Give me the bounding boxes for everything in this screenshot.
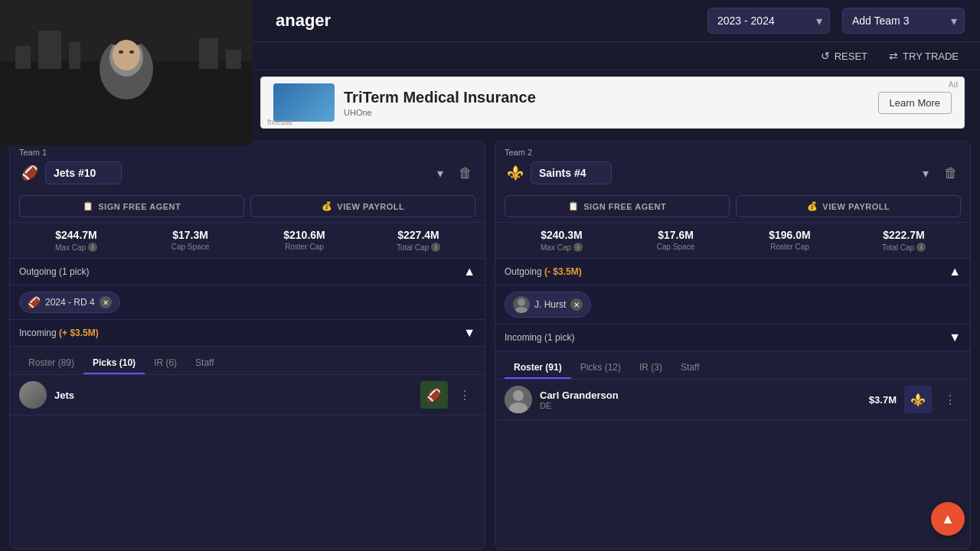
team1-view-payroll-button[interactable]: 💰 VIEW PAYROLL xyxy=(250,195,475,217)
season-select[interactable]: 2023 - 2024 xyxy=(707,8,830,34)
team1-pick-label: 2024 - RD 4 xyxy=(45,297,95,308)
team1-roster-avatar xyxy=(19,381,47,409)
team1-sign-icon: 📋 xyxy=(83,201,94,211)
team1-roster-info: Jets xyxy=(54,390,413,401)
team2-roster-cap-label: Roster Cap xyxy=(733,243,847,251)
team2-tabs: Roster (91) Picks (12) IR (3) Staff xyxy=(495,351,970,380)
team2-outgoing-header[interactable]: Outgoing (- $3.5M) ▲ xyxy=(495,259,970,285)
scroll-top-button[interactable]: ▲ xyxy=(931,502,965,536)
team2-tab-roster[interactable]: Roster (91) xyxy=(505,357,571,379)
team1-label: Team 1 xyxy=(19,148,47,157)
ad-learn-more-button[interactable]: Learn More xyxy=(878,92,952,114)
team2-roster-logo: ⚜️ xyxy=(904,386,932,413)
team2-max-cap-info-icon[interactable]: i xyxy=(573,243,583,252)
webcam-person xyxy=(0,0,253,145)
main-content: Team 1 🏈 Jets #10 🗑 📋 SIGN FREE AGENT xyxy=(0,135,980,551)
team1-cap-space-amount: $17.3M xyxy=(133,229,247,241)
team2-roster-row: Carl Granderson DE $3.7M ⚜️ ⋮ xyxy=(495,380,970,420)
team2-player-remove-button[interactable]: ✕ xyxy=(570,298,583,311)
team2-total-cap-label: Total Cap i xyxy=(847,243,961,252)
team1-total-cap-info-icon[interactable]: i xyxy=(431,243,440,252)
svg-rect-13 xyxy=(129,51,134,54)
team2-total-cap-info-icon[interactable]: i xyxy=(916,243,926,252)
team1-header: Team 1 🏈 Jets #10 🗑 xyxy=(10,142,485,191)
team1-roster-more-button[interactable]: ⋮ xyxy=(454,386,475,404)
team1-sign-free-agent-button[interactable]: 📋 SIGN FREE AGENT xyxy=(19,195,244,217)
season-select-wrapper[interactable]: 2023 - 2024 xyxy=(707,8,830,34)
team2-delete-button[interactable]: 🗑 xyxy=(941,162,961,184)
team2-roster-name: Carl Granderson xyxy=(540,390,861,401)
reset-button[interactable]: ↺ RESET xyxy=(815,47,874,65)
team1-tab-staff[interactable]: Staff xyxy=(186,353,223,374)
team1-outgoing-header[interactable]: Outgoing (1 pick) ▲ xyxy=(10,259,485,285)
team1-total-cap-label: Total Cap i xyxy=(361,243,475,252)
try-trade-label: TRY TRADE xyxy=(903,51,959,62)
add-team-select-wrapper[interactable]: Add Team 3 xyxy=(842,8,965,34)
team2-outgoing-chevron: ▲ xyxy=(949,265,961,279)
team1-total-cap: $227.4M Total Cap i xyxy=(361,229,475,252)
team1-cap-space-label: Cap Space xyxy=(133,243,247,251)
team1-tab-roster[interactable]: Roster (89) xyxy=(19,353,83,374)
try-trade-button[interactable]: ⇄ TRY TRADE xyxy=(883,47,965,65)
team2-payroll-icon: 💰 xyxy=(807,201,818,211)
team1-pick-remove-button[interactable]: ✕ xyxy=(100,296,112,308)
team1-label-row: Team 1 xyxy=(19,148,475,157)
team1-max-cap: $244.7M Max Cap i xyxy=(19,229,133,252)
svg-rect-3 xyxy=(38,31,61,69)
team1-delete-button[interactable]: 🗑 xyxy=(456,162,475,184)
team2-roster-list: Carl Granderson DE $3.7M ⚜️ ⋮ xyxy=(495,380,970,549)
team1-tab-ir-label: IR (6) xyxy=(154,357,177,368)
team1-roster-cap: $210.6M Roster Cap xyxy=(247,229,361,252)
team2-incoming-text: Incoming (1 pick) xyxy=(505,332,574,343)
ad-logo: UHOne xyxy=(344,108,372,117)
svg-rect-2 xyxy=(15,46,31,69)
team1-team-name: Jets xyxy=(54,390,413,401)
team2-cap-space-amount: $17.6M xyxy=(619,229,733,241)
team2-sign-free-agent-button[interactable]: 📋 SIGN FREE AGENT xyxy=(505,195,730,217)
team2-panel-actions: 📋 SIGN FREE AGENT 💰 VIEW PAYROLL xyxy=(495,191,970,223)
team1-select-row: 🏈 Jets #10 🗑 xyxy=(19,161,475,184)
svg-point-17 xyxy=(513,390,524,401)
team2-tab-picks-label: Picks (12) xyxy=(580,362,621,373)
team2-label: Team 2 xyxy=(505,148,532,157)
try-trade-icon: ⇄ xyxy=(889,50,898,62)
team1-dropdown[interactable]: Jets #10 xyxy=(45,161,122,184)
team2-dropdown[interactable]: Saints #4 xyxy=(531,161,612,184)
team2-player-name: J. Hurst xyxy=(534,299,566,310)
team1-select-wrapper[interactable]: Jets #10 xyxy=(45,161,451,184)
team2-tab-ir[interactable]: IR (3) xyxy=(630,357,671,379)
team2-sign-icon: 📋 xyxy=(568,201,580,211)
team2-incoming-header[interactable]: Incoming (1 pick) ▼ xyxy=(495,324,970,351)
add-team-select[interactable]: Add Team 3 xyxy=(842,8,965,34)
team1-roster-cap-label: Roster Cap xyxy=(247,243,361,251)
team1-tabs: Roster (89) Picks (10) IR (6) Staff xyxy=(10,347,485,375)
team1-max-cap-label: Max Cap i xyxy=(19,243,133,252)
team2-player-avatar xyxy=(513,296,530,313)
team2-logo: ⚜️ xyxy=(505,162,526,184)
team1-cap-space: $17.3M Cap Space xyxy=(133,229,247,252)
team2-tab-picks[interactable]: Picks (12) xyxy=(571,357,630,379)
team1-roster-list: Jets 🏈 ⋮ xyxy=(10,375,485,549)
team1-tab-ir[interactable]: IR (6) xyxy=(145,353,186,374)
svg-rect-4 xyxy=(69,42,80,69)
team1-incoming-header[interactable]: Incoming (+ $3.5M) ▼ xyxy=(10,320,485,347)
team1-roster-logo: 🏈 xyxy=(420,381,448,409)
team2-sign-label: SIGN FREE AGENT xyxy=(583,202,666,211)
team1-tab-picks[interactable]: Picks (10) xyxy=(83,353,145,374)
team2-roster-more-button[interactable]: ⋮ xyxy=(939,391,961,409)
ad-title: TriTerm Medical Insurance xyxy=(344,89,869,106)
team1-max-cap-info-icon[interactable]: i xyxy=(88,243,97,252)
team2-select-wrapper[interactable]: Saints #4 xyxy=(531,161,936,184)
team1-tab-roster-label: Roster (89) xyxy=(28,357,74,368)
team2-roster-cap-amount: $196.0M xyxy=(733,229,847,241)
team2-incoming-label: Incoming xyxy=(505,332,542,343)
team1-sign-label: SIGN FREE AGENT xyxy=(98,202,181,211)
team2-cap-info: $240.3M Max Cap i $17.6M Cap Space $196.… xyxy=(495,223,970,259)
team1-incoming-value: (+ $3.5M) xyxy=(59,328,99,338)
team2-view-payroll-button[interactable]: 💰 VIEW PAYROLL xyxy=(736,195,961,217)
team2-tab-staff[interactable]: Staff xyxy=(671,357,708,379)
team2-outgoing-content: J. Hurst ✕ xyxy=(495,285,970,324)
team1-incoming-label: Incoming xyxy=(19,328,57,338)
team2-header: Team 2 ⚜️ Saints #4 🗑 xyxy=(495,142,970,191)
team2-roster-info: Carl Granderson DE xyxy=(540,390,861,410)
